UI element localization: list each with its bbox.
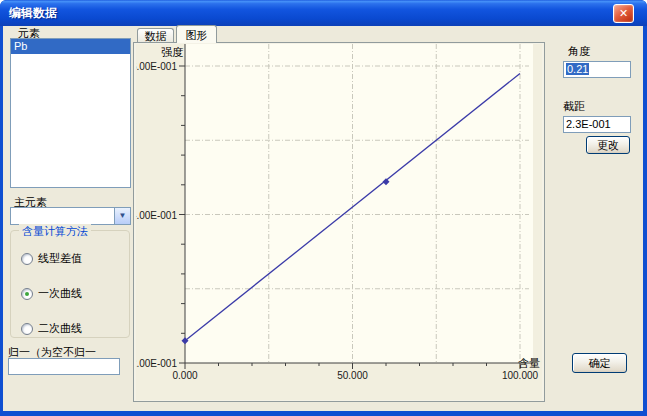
x-tick-label: 50.000 — [337, 370, 368, 381]
title-bar[interactable]: 编辑数据 ✕ — [0, 0, 647, 26]
close-icon: ✕ — [619, 7, 628, 19]
chevron-down-icon: ▼ — [119, 211, 127, 220]
combo-dropdown-button[interactable]: ▼ — [114, 208, 130, 224]
intercept-label: 截距 — [563, 99, 585, 114]
dialog-body: 元素 Pb 主元素 ▼ 含量计算方法 线型差值 一次曲线 二次曲线 — [3, 26, 643, 411]
radio-linear-diff[interactable]: 线型差值 — [21, 251, 82, 266]
radio-icon — [21, 323, 33, 335]
x-axis-label: 含量 — [518, 357, 540, 369]
angle-label: 角度 — [568, 44, 590, 59]
radio-icon — [21, 253, 33, 265]
method-groupbox: 含量计算方法 线型差值 一次曲线 二次曲线 — [10, 230, 130, 338]
change-button[interactable]: 更改 — [586, 136, 630, 154]
y-tick-label: 6.00E-001 — [136, 61, 177, 72]
angle-input[interactable]: 0.21 — [563, 61, 631, 78]
y-tick-label: 4.00E-001 — [136, 210, 177, 221]
tab-data[interactable]: 数据 — [137, 28, 174, 43]
edit-data-dialog: 编辑数据 ✕ 元素 Pb 主元素 ▼ 含量计算方法 线型差值 一次曲线 — [0, 0, 647, 416]
ok-button[interactable]: 确定 — [572, 353, 627, 373]
chart-svg: 2.00E-0014.00E-0016.00E-0010.00050.00010… — [136, 44, 542, 400]
radio-label: 线型差值 — [38, 251, 82, 266]
calibration-chart: 2.00E-0014.00E-0016.00E-0010.00050.00010… — [136, 44, 542, 400]
selected-text: 0.21 — [566, 63, 589, 75]
tab-graph[interactable]: 图形 — [176, 25, 217, 43]
main-element-select[interactable]: ▼ — [10, 207, 131, 225]
radio-label: 一次曲线 — [38, 286, 82, 301]
radio-label: 二次曲线 — [38, 321, 82, 336]
x-tick-label: 100.000 — [502, 370, 539, 381]
close-button[interactable]: ✕ — [613, 4, 634, 23]
method-group-label: 含量计算方法 — [19, 224, 91, 239]
element-listbox[interactable]: Pb — [10, 38, 131, 188]
plot-area — [185, 44, 533, 363]
radio-first-order-curve[interactable]: 一次曲线 — [21, 286, 82, 301]
normalize-input[interactable] — [8, 358, 120, 375]
list-item-pb[interactable]: Pb — [11, 39, 130, 54]
y-axis-label: 强度 — [161, 46, 183, 58]
window-title: 编辑数据 — [9, 5, 57, 22]
x-tick-label: 0.000 — [172, 370, 197, 381]
y-tick-label: 2.00E-001 — [136, 358, 177, 369]
radio-selected-icon — [21, 288, 33, 300]
radio-second-order-curve[interactable]: 二次曲线 — [21, 321, 82, 336]
intercept-input[interactable]: 2.3E-001 — [563, 116, 631, 133]
